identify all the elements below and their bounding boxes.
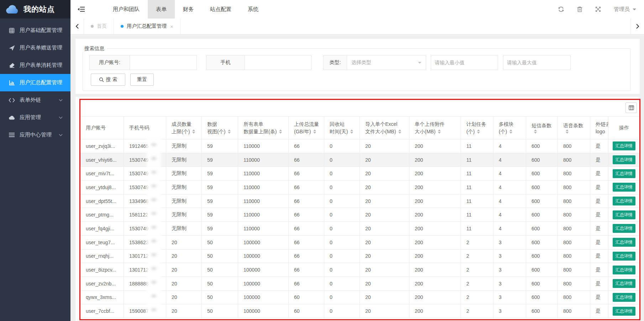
- sort-icon[interactable]: [438, 129, 441, 134]
- tabs-scroll-right-icon[interactable]: [630, 18, 644, 34]
- table-cell: 1530749: [124, 167, 166, 181]
- column-header-2[interactable]: 成员数量上限(个): [166, 117, 202, 139]
- chevron-down-icon: [418, 62, 422, 65]
- reset-button[interactable]: 重置: [130, 74, 154, 86]
- table-cell: 110000: [238, 153, 289, 167]
- table-cell: 66: [289, 249, 324, 263]
- table-cell-action: 汇总详情: [608, 222, 640, 236]
- summary-detail-button[interactable]: 汇总详情: [613, 293, 635, 302]
- table-cell: 1334968: [124, 194, 166, 208]
- summary-detail-button[interactable]: 汇总详情: [613, 238, 635, 247]
- table-cell: 是: [590, 277, 608, 290]
- column-header-7[interactable]: 导入单个Excel文件大小(MB): [360, 117, 409, 139]
- sidebar-item-0[interactable]: 用户基础配置管理: [0, 22, 70, 39]
- sidebar-item-3[interactable]: 用户汇总配置管理: [0, 74, 70, 91]
- table-cell: 59: [202, 208, 238, 222]
- trash-icon[interactable]: [576, 6, 583, 13]
- sort-icon[interactable]: [534, 129, 537, 134]
- summary-detail-button[interactable]: 汇总详情: [613, 252, 635, 261]
- table-cell: 无限制: [166, 153, 202, 167]
- search-legend: 搜索信息: [82, 46, 107, 52]
- sort-icon[interactable]: [228, 129, 231, 134]
- summary-detail-button[interactable]: 汇总详情: [613, 155, 635, 164]
- table-cell: 0: [324, 263, 360, 277]
- summary-detail-button[interactable]: 汇总详情: [613, 169, 635, 178]
- sort-icon[interactable]: [566, 129, 569, 134]
- account-input[interactable]: [130, 55, 197, 70]
- table-cell: 4: [493, 181, 526, 194]
- summary-detail-button[interactable]: 汇总详情: [613, 141, 635, 150]
- topnav-item-1[interactable]: 表单: [148, 0, 175, 18]
- sidebar-item-5[interactable]: 应用管理: [0, 109, 70, 126]
- table-cell: 66: [289, 139, 324, 153]
- table-cell: 110000: [238, 194, 289, 208]
- table-cell: 50: [202, 263, 238, 277]
- topnav-item-2[interactable]: 财务: [175, 0, 202, 18]
- send-icon: [9, 45, 15, 51]
- sort-icon[interactable]: [350, 129, 353, 134]
- eraser-icon: [9, 63, 15, 68]
- sidebar-item-1[interactable]: 用户表单赠送管理: [0, 39, 70, 57]
- sidebar-item-6[interactable]: 应用中心管理: [0, 126, 70, 144]
- table-cell: user_rnqhj...: [80, 249, 124, 263]
- summary-detail-button[interactable]: 汇总详情: [613, 279, 635, 288]
- topnav-item-3[interactable]: 站点配置: [202, 0, 240, 18]
- table-cell-action: 汇总详情: [608, 249, 640, 263]
- table-cell: user_ptmg...: [80, 208, 124, 222]
- column-header-12[interactable]: 语音条数: [558, 117, 590, 139]
- column-header-8[interactable]: 单个上传附件大小(MB): [409, 117, 461, 139]
- search-button[interactable]: 搜 索: [91, 74, 125, 86]
- table-cell: 20: [360, 249, 409, 263]
- min-value-input[interactable]: [431, 55, 498, 70]
- table-cell: 600: [526, 167, 558, 181]
- column-header-14: 操作: [608, 117, 640, 139]
- summary-detail-button[interactable]: 汇总详情: [613, 307, 635, 316]
- sort-icon[interactable]: [313, 129, 316, 134]
- sidebar-item-4[interactable]: 表单外链: [0, 91, 70, 109]
- table-cell: 59: [202, 139, 238, 153]
- type-select[interactable]: 选择类型: [347, 55, 426, 70]
- sort-icon[interactable]: [477, 129, 480, 134]
- sort-icon[interactable]: [279, 129, 282, 134]
- table-cell: 600: [526, 208, 558, 222]
- table-cell: 800: [558, 263, 590, 277]
- sort-icon[interactable]: [398, 129, 401, 134]
- summary-detail-button[interactable]: 汇总详情: [613, 183, 635, 192]
- column-header-10[interactable]: 多模块(个): [493, 117, 526, 139]
- phone-input[interactable]: [245, 55, 311, 70]
- column-header-5[interactable]: 上传总流量(GB/年): [289, 117, 324, 139]
- column-settings-button[interactable]: [625, 102, 637, 113]
- table-cell: 200: [409, 222, 461, 236]
- column-header-11[interactable]: 短信条数: [526, 117, 558, 139]
- summary-detail-button[interactable]: 汇总详情: [613, 224, 635, 233]
- table-cell: 600: [526, 194, 558, 208]
- table-cell: 1538623: [124, 235, 166, 249]
- table-cell: 800: [558, 194, 590, 208]
- refresh-icon[interactable]: [557, 6, 565, 13]
- table-cell: 1301712: [124, 249, 166, 263]
- column-header-3[interactable]: 数据视图(个): [202, 117, 238, 139]
- summary-detail-button[interactable]: 汇总详情: [613, 210, 635, 219]
- table-cell: 20: [360, 181, 409, 194]
- close-icon[interactable]: ×: [170, 24, 173, 29]
- table-cell: 20: [360, 167, 409, 181]
- collapse-sidebar-icon[interactable]: [70, 0, 92, 18]
- sort-icon[interactable]: [192, 129, 195, 134]
- topnav-item-4[interactable]: 系统: [240, 0, 267, 18]
- column-header-6[interactable]: 回收站时间(天): [324, 117, 360, 139]
- table-cell: 600: [526, 249, 558, 263]
- summary-detail-button[interactable]: 汇总详情: [613, 266, 635, 274]
- sort-icon[interactable]: [509, 129, 512, 134]
- fullscreen-icon[interactable]: [595, 6, 602, 13]
- tabs-scroll-left-icon[interactable]: [70, 18, 84, 34]
- tab-0[interactable]: 首页: [84, 18, 114, 34]
- column-header-9[interactable]: 计划任务(个): [461, 117, 493, 139]
- tab-1[interactable]: 用户汇总配置管理×: [114, 18, 180, 34]
- sidebar-item-2[interactable]: 用户表单消耗管理: [0, 57, 70, 74]
- column-header-4[interactable]: 所有表单数据量上限(条): [238, 117, 289, 139]
- max-value-input[interactable]: [503, 55, 571, 70]
- topnav-item-0[interactable]: 用户和团队: [105, 0, 148, 18]
- admin-menu[interactable]: 管理员: [614, 6, 636, 13]
- summary-detail-button[interactable]: 汇总详情: [613, 197, 635, 205]
- table-cell-action: 汇总详情: [608, 153, 640, 167]
